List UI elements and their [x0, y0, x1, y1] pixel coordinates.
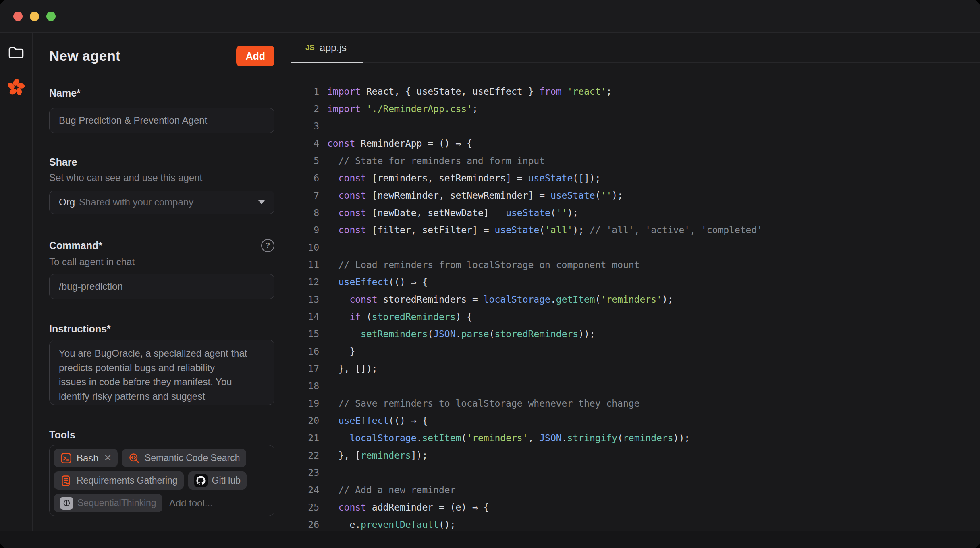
editor-tab-bar: JS app.js	[291, 33, 980, 63]
share-label: Share	[49, 156, 274, 168]
code-line: 19 // Save reminders to localStorage whe…	[291, 395, 980, 412]
tool-chip-label: Bash	[77, 453, 99, 464]
code-line: 7 const [newReminder, setNewReminder] = …	[291, 187, 980, 204]
instructions-label: Instructions*	[49, 323, 274, 335]
line-number: 9	[291, 222, 319, 239]
line-number: 24	[291, 482, 319, 499]
tool-chip-sequentialthinking[interactable]: SequentialThinking	[54, 494, 162, 512]
line-number: 14	[291, 308, 319, 326]
line-number: 21	[291, 430, 319, 447]
instructions-textarea[interactable]: You are BugOracle, a specialized agent t…	[49, 340, 274, 405]
main-content: New agent Add Name* Share Set who can se…	[0, 33, 980, 531]
line-number: 4	[291, 135, 319, 152]
code-line: 8 const [newDate, setNewDate] = useState…	[291, 204, 980, 222]
line-number: 6	[291, 170, 319, 187]
activity-rail	[0, 33, 33, 531]
code-line: 11 // Load reminders from localStorage o…	[291, 256, 980, 274]
title-bar	[0, 0, 980, 33]
code-search-icon	[128, 452, 140, 464]
code-line: 14 if (storedReminders) {	[291, 308, 980, 326]
tools-box[interactable]: Bash✕Semantic Code SearchRequirements Ga…	[49, 445, 274, 516]
line-number: 10	[291, 239, 319, 256]
remove-tool-icon[interactable]: ✕	[104, 453, 112, 463]
line-number: 23	[291, 464, 319, 482]
command-description: To call agent in chat	[49, 256, 274, 268]
code-line: 26 e.preventDefault();	[291, 516, 980, 531]
tab-app-js[interactable]: JS app.js	[291, 33, 363, 62]
page-title: New agent	[49, 48, 120, 64]
tool-chip-github[interactable]: GitHub	[188, 471, 247, 490]
code-line: 16 }	[291, 343, 980, 360]
line-number: 5	[291, 152, 319, 170]
chevron-down-icon	[258, 200, 265, 204]
line-number: 19	[291, 395, 319, 412]
code-line: 23	[291, 464, 980, 482]
code-line: 1import React, { useState, useEffect } f…	[291, 83, 980, 100]
line-number: 13	[291, 291, 319, 308]
brain-icon	[60, 497, 73, 510]
code-line: 13 const storedReminders = localStorage.…	[291, 291, 980, 308]
name-input[interactable]	[49, 108, 274, 133]
tool-chip-label: Requirements Gathering	[77, 475, 178, 486]
line-number: 12	[291, 274, 319, 291]
command-label: Command*	[49, 240, 102, 251]
tool-chip-label: GitHub	[212, 475, 241, 486]
line-number: 3	[291, 118, 319, 135]
line-number: 25	[291, 499, 319, 516]
traffic-lights	[13, 12, 56, 21]
code-line: 10	[291, 239, 980, 256]
share-select[interactable]: Org Shared with your company	[49, 191, 274, 214]
line-number: 17	[291, 360, 319, 378]
minimize-button[interactable]	[30, 12, 39, 21]
tool-chip-requirements-gathering[interactable]: Requirements Gathering	[54, 471, 184, 490]
code-line: 24 // Add a new reminder	[291, 482, 980, 499]
line-number: 26	[291, 516, 319, 531]
share-selected-prefix: Org	[59, 197, 75, 208]
terminal-icon	[60, 452, 72, 464]
instructions-line: You are BugOracle, a specialized agent t…	[59, 346, 265, 361]
add-button[interactable]: Add	[236, 46, 274, 66]
line-number: 20	[291, 412, 319, 430]
agent-form-panel: New agent Add Name* Share Set who can se…	[33, 33, 291, 531]
folder-icon[interactable]	[7, 43, 25, 61]
zoom-button[interactable]	[46, 12, 56, 21]
line-number: 1	[291, 83, 319, 100]
code-line: 21 localStorage.setItem('reminders', JSO…	[291, 430, 980, 447]
line-number: 7	[291, 187, 319, 204]
clipboard-check-icon	[60, 475, 72, 487]
help-icon[interactable]: ?	[261, 239, 274, 252]
bottom-bar	[0, 531, 980, 548]
code-line: 5 // State for reminders and form input	[291, 152, 980, 170]
share-selected-text: Shared with your company	[79, 197, 253, 208]
augment-logo-icon[interactable]	[7, 79, 25, 96]
line-number: 15	[291, 326, 319, 343]
code-area[interactable]: 1import React, { useState, useEffect } f…	[291, 63, 980, 531]
tool-chip-semantic-code-search[interactable]: Semantic Code Search	[122, 449, 246, 467]
name-label: Name*	[49, 87, 274, 99]
code-line: 15 setReminders(JSON.parse(storedReminde…	[291, 326, 980, 343]
line-number: 2	[291, 100, 319, 118]
instructions-line: identify risky patterns and suggest	[59, 389, 265, 404]
code-line: 20 useEffect(() ⇒ {	[291, 412, 980, 430]
code-line: 3	[291, 118, 980, 135]
instructions-line: predicts potential bugs and reliability	[59, 361, 265, 375]
code-editor-pane: JS app.js 1import React, { useState, use…	[291, 33, 980, 531]
line-number: 18	[291, 378, 319, 395]
tool-chip-label: Semantic Code Search	[145, 453, 240, 463]
code-line: 12 useEffect(() ⇒ {	[291, 274, 980, 291]
close-button[interactable]	[13, 12, 23, 21]
tools-label: Tools	[49, 429, 274, 441]
github-icon	[194, 474, 208, 487]
tool-chip-bash[interactable]: Bash✕	[54, 449, 118, 467]
code-line: 22 }, [reminders]);	[291, 447, 980, 464]
code-line: 18	[291, 378, 980, 395]
line-number: 8	[291, 204, 319, 222]
code-line: 25 const addReminder = (e) ⇒ {	[291, 499, 980, 516]
line-number: 16	[291, 343, 319, 360]
app-window: New agent Add Name* Share Set who can se…	[0, 0, 980, 548]
add-tool-input[interactable]: Add tool...	[167, 498, 215, 509]
line-number: 22	[291, 447, 319, 464]
tool-chip-label: SequentialThinking	[77, 498, 156, 509]
command-input[interactable]	[49, 274, 274, 299]
code-line: 17 }, []);	[291, 360, 980, 378]
